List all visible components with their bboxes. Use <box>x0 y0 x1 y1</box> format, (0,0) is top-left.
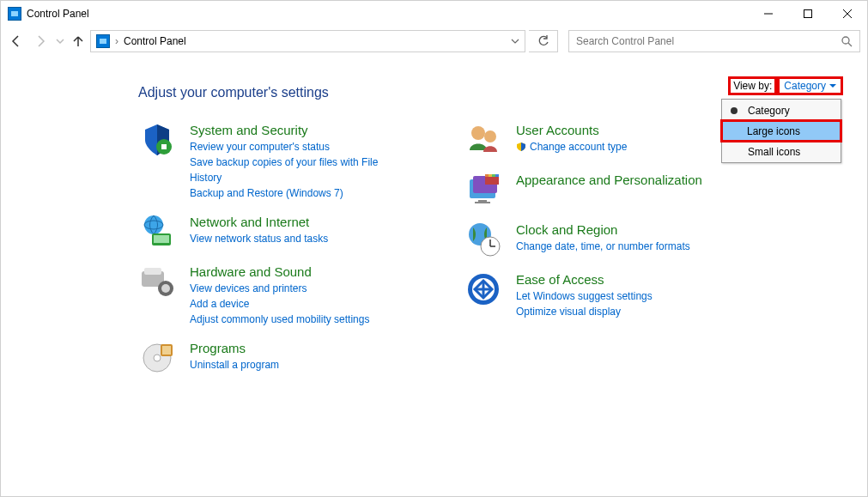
left-column: System and Security Review your computer… <box>138 121 413 389</box>
menu-item-label: Category <box>748 105 790 117</box>
control-panel-window: Control Panel › Control Panel <box>0 0 868 497</box>
category-link[interactable]: Save backup copies of your files with Fi… <box>190 155 413 185</box>
category-link[interactable]: Optimize visual display <box>516 304 653 319</box>
right-column: User Accounts Change account type Appear… <box>464 121 739 389</box>
category-title[interactable]: Clock and Region <box>516 222 690 237</box>
content-area: Adjust your computer's settings View by:… <box>1 56 867 389</box>
category-ease-of-access: Ease of Access Let Windows suggest setti… <box>464 270 739 319</box>
ease-of-access-icon <box>464 270 502 308</box>
svg-rect-7 <box>161 144 167 149</box>
category-link[interactable]: Add a device <box>190 296 369 312</box>
shield-icon <box>516 142 526 152</box>
chevron-down-icon <box>829 82 836 89</box>
address-dropdown-icon[interactable] <box>511 37 519 45</box>
view-by-row: View by: Category <box>730 78 841 94</box>
category-title[interactable]: User Accounts <box>516 123 627 137</box>
view-by-menu: Category Large icons Small icons <box>721 99 841 163</box>
category-user-accounts: User Accounts Change account type <box>464 121 739 159</box>
minimize-button[interactable] <box>749 1 788 27</box>
navbar: › Control Panel Search Control Panel <box>1 27 867 56</box>
svg-rect-30 <box>478 200 487 202</box>
svg-point-4 <box>842 37 849 44</box>
svg-line-5 <box>848 43 852 46</box>
view-by-label: View by: <box>730 78 775 94</box>
titlebar: Control Panel <box>1 1 867 27</box>
menu-item-label: Large icons <box>747 125 800 137</box>
appearance-icon <box>464 171 502 209</box>
svg-point-21 <box>484 130 496 142</box>
system-security-icon <box>138 121 176 159</box>
svg-rect-31 <box>475 202 490 203</box>
view-by-dropdown[interactable]: Category <box>779 78 841 94</box>
svg-rect-19 <box>162 346 171 355</box>
category-title[interactable]: Programs <box>190 341 279 355</box>
back-button[interactable] <box>6 31 27 52</box>
category-appearance: Appearance and Personalization <box>464 171 739 209</box>
address-location[interactable]: Control Panel <box>124 35 186 47</box>
menu-item-category[interactable]: Category <box>722 100 841 121</box>
up-button[interactable] <box>70 31 87 52</box>
category-link[interactable]: Adjust commonly used mobility settings <box>190 312 369 327</box>
svg-rect-13 <box>144 268 161 275</box>
recent-locations-button[interactable] <box>54 31 66 52</box>
category-title[interactable]: Appearance and Personalization <box>516 173 702 187</box>
address-bar[interactable]: › Control Panel <box>90 30 525 52</box>
window-title: Control Panel <box>27 8 89 20</box>
menu-item-small-icons[interactable]: Small icons <box>722 141 841 162</box>
category-programs: Programs Uninstall a program <box>138 339 413 377</box>
clock-region-icon <box>464 221 502 258</box>
hardware-sound-icon <box>138 263 176 300</box>
category-hardware-sound: Hardware and Sound View devices and prin… <box>138 263 413 327</box>
search-placeholder: Search Control Panel <box>576 35 841 47</box>
category-link[interactable]: Let Windows suggest settings <box>516 288 653 304</box>
refresh-button[interactable] <box>529 30 558 52</box>
category-title[interactable]: System and Security <box>190 123 413 137</box>
category-link[interactable]: Change date, time, or number formats <box>516 239 690 254</box>
category-link[interactable]: View devices and printers <box>190 281 369 296</box>
svg-rect-1 <box>804 10 812 18</box>
category-title[interactable]: Network and Internet <box>190 215 328 229</box>
category-link[interactable]: Backup and Restore (Windows 7) <box>190 185 413 201</box>
svg-point-17 <box>154 355 161 361</box>
svg-point-20 <box>471 126 485 140</box>
app-icon <box>8 7 21 21</box>
svg-rect-11 <box>154 235 169 243</box>
svg-point-15 <box>161 284 170 293</box>
svg-rect-26 <box>485 174 489 177</box>
category-title[interactable]: Hardware and Sound <box>190 264 369 279</box>
svg-point-8 <box>144 215 163 234</box>
category-link[interactable]: Review your computer's status <box>190 139 413 155</box>
maximize-button[interactable] <box>788 1 828 27</box>
network-internet-icon <box>138 213 176 251</box>
svg-rect-28 <box>492 174 495 177</box>
user-accounts-icon <box>464 121 502 159</box>
view-by-value: Category <box>784 80 826 92</box>
forward-button[interactable] <box>30 31 51 52</box>
control-panel-icon <box>96 34 110 48</box>
radio-bullet-icon <box>731 107 737 114</box>
category-link[interactable]: Uninstall a program <box>190 357 279 373</box>
svg-rect-27 <box>489 174 492 177</box>
search-icon <box>841 35 853 47</box>
search-box[interactable]: Search Control Panel <box>568 30 860 52</box>
menu-item-large-icons[interactable]: Large icons <box>721 120 841 142</box>
category-clock-region: Clock and Region Change date, time, or n… <box>464 221 739 258</box>
close-button[interactable] <box>828 1 867 27</box>
category-system-security: System and Security Review your computer… <box>138 121 413 201</box>
menu-item-label: Small icons <box>748 146 800 158</box>
category-network-internet: Network and Internet View network status… <box>138 213 413 251</box>
svg-rect-29 <box>495 174 499 177</box>
category-link[interactable]: Change account type <box>516 139 627 155</box>
category-title[interactable]: Ease of Access <box>516 272 653 287</box>
programs-icon <box>138 339 176 377</box>
chevron-right-icon[interactable]: › <box>115 35 118 47</box>
category-link[interactable]: View network status and tasks <box>190 231 328 246</box>
